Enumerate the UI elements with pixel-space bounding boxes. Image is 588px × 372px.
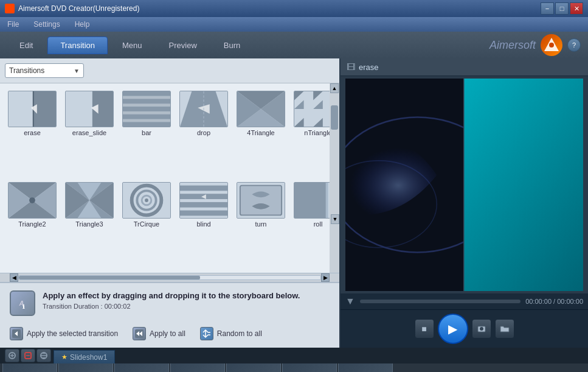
capture-button[interactable] [472, 319, 491, 339]
h-scrollbar: ◀ ▶ [0, 273, 339, 283]
svg-point-1 [549, 43, 554, 47]
transition-label-erase-slide: erase_slide [72, 129, 106, 136]
logo-icon [541, 34, 562, 56]
minimize-button[interactable]: − [541, 2, 554, 15]
scrollbar-thumb[interactable] [331, 105, 338, 130]
storyboard-header: ★ Slideshow1 [0, 348, 588, 363]
preview-title: erase [359, 63, 379, 72]
info-sub-text: Transition Duration : 00:00:02 [43, 303, 330, 310]
storyboard-frame-7[interactable]: DVD Creat... [338, 363, 393, 372]
scroll-down-button[interactable]: ▼ [331, 214, 339, 224]
transition-trcirque[interactable]: TrCirque [119, 180, 174, 268]
transition-label-4triangle: 4Triangle [247, 129, 274, 136]
svg-rect-8 [66, 91, 92, 127]
svg-point-39 [29, 197, 35, 203]
tab-edit[interactable]: Edit [7, 37, 45, 54]
storyboard-tab-slideshow1[interactable]: ★ Slideshow1 [54, 350, 115, 363]
svg-rect-59 [240, 185, 282, 215]
grid-scrollbar: ▲ ▼ [330, 83, 339, 273]
transition-erase-slide[interactable]: erase_slide [62, 88, 117, 177]
transition-thumb-turn [237, 182, 285, 219]
transitions-dropdown[interactable]: Transitions ▼ [5, 63, 84, 78]
transition-erase[interactable]: erase [5, 88, 60, 177]
transition-4triangle[interactable]: 4Triangle [233, 88, 288, 177]
help-button[interactable]: ? [567, 38, 581, 52]
transition-label-erase: erase [24, 129, 41, 136]
progress-bar[interactable] [360, 300, 521, 303]
storyboard-tool-2[interactable] [21, 349, 35, 362]
menu-file[interactable]: File [5, 19, 21, 30]
apply-selected-label: Apply the selected transition [27, 329, 118, 338]
storyboard-frame-3[interactable]: DVD Creat... [114, 363, 169, 372]
toolbar-logo: Aimersoft ? [489, 34, 581, 56]
tab-menu[interactable]: Menu [110, 37, 154, 54]
transition-bar[interactable]: bar [119, 88, 174, 177]
transition-label-trcirque: TrCirque [134, 220, 159, 228]
transition-drop[interactable]: drop [176, 88, 231, 177]
storyboard-tool-1[interactable] [5, 349, 19, 362]
apply-all-button[interactable]: Apply to all [133, 327, 185, 340]
apply-all-icon [133, 327, 146, 340]
transitions-grid-container: erase erase_slide [0, 83, 339, 273]
storyboard-frame-5[interactable]: DVD Creat... [226, 363, 281, 372]
tab-burn[interactable]: Burn [212, 37, 252, 54]
transition-ntriangle[interactable]: nTriangle [291, 88, 330, 177]
h-scrollbar-thumb[interactable] [19, 276, 200, 279]
apply-all-label: Apply to all [150, 329, 185, 338]
svg-rect-14 [123, 114, 170, 119]
action-bar: Apply the selected transition Apply to a… [0, 323, 339, 348]
apply-selected-icon [10, 327, 23, 340]
storyboard-tools [2, 348, 54, 363]
storyboard-frame-4[interactable]: DVD Creat... [170, 363, 225, 372]
slideshow-tab-label: Slideshow1 [70, 353, 107, 362]
transition-label-triangle2: Triangle2 [18, 220, 46, 228]
stop-button[interactable]: ■ [415, 319, 434, 339]
storyboard-frame-1[interactable]: DVD Creat... [2, 363, 57, 372]
transition-roll[interactable]: roll [291, 180, 330, 268]
storyboard-tool-3[interactable] [36, 349, 51, 362]
main-content: Transitions ▼ [0, 58, 588, 348]
tab-preview[interactable]: Preview [157, 37, 209, 54]
transition-thumb-drop [179, 91, 228, 127]
scroll-up-button[interactable]: ▲ [330, 83, 339, 93]
info-text: Apply an effect by dragging and dropping… [43, 290, 330, 316]
scroll-right-button[interactable]: ▶ [321, 273, 330, 282]
storyboard-frame-2[interactable]: DVD Creat... [58, 363, 113, 372]
transition-label-triangle3: Triangle3 [75, 220, 103, 228]
transition-turn[interactable]: turn [233, 180, 288, 268]
transition-triangle3[interactable]: Triangle3 [62, 180, 117, 268]
tab-transition[interactable]: Transition [47, 37, 108, 54]
scroll-left-button[interactable]: ◀ [10, 273, 18, 282]
maximize-button[interactable]: □ [555, 2, 569, 15]
svg-rect-11 [123, 91, 170, 96]
logo-text: Aimersoft [489, 39, 536, 52]
toolbar: Edit Transition Menu Preview Burn Aimers… [0, 32, 588, 58]
transition-triangle2[interactable]: Triangle2 [5, 180, 60, 268]
random-all-label: Random to all [217, 329, 262, 338]
play-button[interactable]: ▶ [438, 314, 468, 344]
apply-selected-button[interactable]: Apply the selected transition [10, 327, 118, 340]
app-icon [5, 4, 15, 13]
svg-point-80 [480, 327, 483, 331]
transition-thumb-erase [8, 91, 57, 127]
storyboard-frame-6[interactable]: DVD Creat... [282, 363, 337, 372]
transition-label-bar: bar [142, 129, 151, 136]
preview-header: 🎞 erase [341, 58, 588, 76]
random-all-button[interactable]: Random to all [200, 327, 262, 340]
svg-rect-13 [123, 107, 170, 111]
close-button[interactable]: ✕ [570, 2, 583, 15]
svg-rect-55 [180, 202, 227, 207]
svg-marker-63 [326, 182, 328, 218]
time-display: 00:00:00 / 00:00:00 [525, 298, 583, 305]
dropdown-bar: Transitions ▼ [0, 58, 339, 83]
svg-point-51 [145, 198, 148, 202]
svg-rect-56 [180, 210, 227, 216]
menu-settings[interactable]: Settings [31, 19, 62, 30]
transition-blind[interactable]: blind [176, 180, 231, 268]
random-icon [200, 327, 213, 340]
folder-button[interactable] [495, 319, 514, 339]
chevron-down-icon: ▼ [74, 68, 80, 74]
menu-help[interactable]: Help [72, 19, 92, 30]
title-bar-left: Aimersoft DVD Creator(Unregistered) [5, 4, 139, 13]
menu-bar: File Settings Help [0, 17, 588, 32]
